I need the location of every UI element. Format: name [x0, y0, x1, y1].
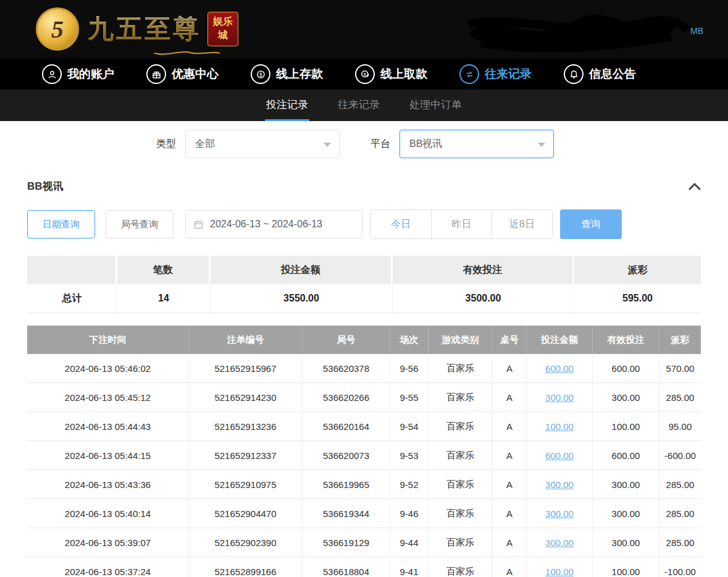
summary-total-count: 14	[117, 284, 211, 313]
currency-label: MB	[690, 26, 703, 36]
cell-bet-time: 2024-06-13 05:43:36	[27, 470, 189, 499]
table-row: 2024-06-13 05:40:14 521652904470 5366193…	[27, 499, 701, 528]
cell-valid-bet: 600.00	[593, 354, 659, 383]
bet-amount-link[interactable]: 600.00	[545, 363, 574, 374]
cell-bet-time: 2024-06-13 05:46:02	[27, 354, 189, 383]
section-head: BB视讯	[27, 179, 701, 193]
cell-order-no: 521652902390	[189, 528, 303, 557]
cell-valid-bet: 100.00	[593, 412, 659, 441]
cell-round-no: 536620164	[303, 412, 390, 441]
table-row: 2024-06-13 05:44:15 521652912337 5366200…	[27, 441, 701, 470]
bet-amount-link[interactable]: 300.00	[545, 508, 574, 519]
summary-table: 笔数 投注金额 有效投注 派彩 总计 14 3550.00 3500.00 59…	[27, 256, 701, 313]
cell-valid-bet: 100.00	[593, 557, 659, 577]
cell-bet-time: 2024-06-13 05:37:24	[27, 557, 189, 577]
cell-payout: 285.00	[659, 470, 701, 499]
table-row: 2024-06-13 05:43:36 521652910975 5366199…	[27, 470, 701, 499]
cell-order-no: 521652899166	[189, 557, 303, 577]
coin-deposit-icon: $	[251, 64, 270, 84]
table-row: 2024-06-13 05:37:24 521652899166 5366188…	[27, 557, 701, 577]
nav-item-my-account[interactable]: 我的账户	[42, 64, 114, 84]
summary-total-label: 总计	[27, 284, 117, 313]
top-header: 5 九五至尊 娱乐城 MB	[0, 0, 728, 59]
filter-row: 类型 全部 平台 BB视讯	[156, 130, 728, 158]
table-row: 2024-06-13 05:44:43 521652913236 5366201…	[27, 412, 701, 441]
bet-amount-link[interactable]: 100.00	[545, 566, 574, 577]
cell-session: 9-41	[390, 557, 429, 577]
cell-order-no: 521652915967	[189, 354, 303, 383]
chevron-down-icon	[324, 143, 331, 147]
bet-records-table: 下注时间 注单编号 局号 场次 游戏类别 桌号 投注金额 有效投注 派彩 202…	[27, 326, 701, 577]
cell-table-no: A	[493, 470, 527, 499]
bet-table-body: 2024-06-13 05:46:02 521652915967 5366203…	[27, 354, 701, 577]
table-row: 2024-06-13 05:39:07 521652902390 5366191…	[27, 528, 701, 557]
chevron-up-icon	[688, 182, 701, 191]
table-row: 2024-06-13 05:46:02 521652915967 5366203…	[27, 354, 701, 383]
summary-col-payout: 派彩	[574, 256, 701, 284]
summary-col-bet: 投注金额	[211, 256, 393, 284]
round-query-button[interactable]: 局号查询	[106, 210, 174, 238]
col-order-no: 注单编号	[189, 326, 303, 354]
yesterday-button[interactable]: 昨日	[431, 210, 492, 238]
nav-item-records[interactable]: 往来记录	[459, 64, 532, 84]
user-icon	[42, 64, 62, 84]
collapse-section-button[interactable]	[688, 182, 701, 191]
summary-col-valid: 有效投注	[393, 256, 574, 284]
quick-date-group: 今日 昨日 近8日	[370, 209, 553, 239]
cell-table-no: A	[493, 499, 527, 528]
tab-transfer-records[interactable]: 往来记录	[337, 90, 381, 121]
gift-icon	[146, 64, 166, 84]
record-tabs: 投注记录 往来记录 处理中订单	[0, 90, 728, 121]
col-bet-amount: 投注金额	[527, 326, 593, 354]
nav-item-promotions[interactable]: 优惠中心	[146, 64, 219, 84]
cell-payout: 570.00	[659, 354, 701, 383]
bet-amount-link[interactable]: 300.00	[545, 537, 574, 548]
chevron-down-icon	[538, 143, 545, 147]
nav-label: 线上取款	[380, 66, 427, 82]
platform-select[interactable]: BB视讯	[400, 130, 554, 158]
calendar-icon	[193, 219, 204, 230]
date-query-button[interactable]: 日期查询	[27, 210, 95, 238]
tab-processing-orders[interactable]: 处理中订单	[408, 90, 463, 121]
cell-round-no: 536619129	[303, 528, 390, 557]
last-8-days-button[interactable]: 近8日	[492, 210, 552, 238]
redacted-user-info	[462, 6, 693, 56]
query-controls: 日期查询 局号查询 2024-06-13 ~ 2024-06-13 今日 昨日 …	[27, 209, 728, 239]
cell-order-no: 521652913236	[189, 412, 303, 441]
type-select[interactable]: 全部	[185, 130, 340, 158]
col-session: 场次	[390, 326, 429, 354]
tab-bet-records[interactable]: 投注记录	[265, 90, 309, 121]
cell-valid-bet: 300.00	[593, 499, 659, 528]
cell-payout: 95.00	[659, 412, 701, 441]
summary-col-blank	[27, 256, 117, 284]
cell-session: 9-44	[390, 528, 429, 557]
nav-item-announcements[interactable]: 信息公告	[564, 64, 636, 84]
bet-amount-link[interactable]: 300.00	[545, 392, 574, 403]
nav-item-withdraw[interactable]: $ 线上取款	[355, 64, 427, 84]
cell-game-type: 百家乐	[429, 528, 493, 557]
cell-table-no: A	[493, 441, 527, 470]
coin-withdraw-icon: $	[355, 64, 375, 84]
cell-round-no: 536619965	[303, 470, 390, 499]
cell-bet-time: 2024-06-13 05:45:12	[27, 383, 189, 412]
search-button[interactable]: 查询	[560, 209, 622, 239]
bet-amount-link[interactable]: 100.00	[545, 421, 574, 432]
cell-game-type: 百家乐	[429, 499, 493, 528]
date-range-input[interactable]: 2024-06-13 ~ 2024-06-13	[185, 210, 362, 238]
cell-payout: 285.00	[659, 528, 701, 557]
logo-badge: 娱乐城	[207, 12, 238, 46]
nav-label: 线上存款	[276, 66, 323, 82]
cell-session: 9-55	[390, 383, 429, 412]
bet-amount-link[interactable]: 600.00	[545, 450, 574, 461]
section-title: BB视讯	[27, 179, 64, 193]
cell-payout: 285.00	[659, 383, 701, 412]
summary-header-row: 笔数 投注金额 有效投注 派彩	[27, 256, 701, 284]
nav-item-deposit[interactable]: $ 线上存款	[251, 64, 323, 84]
cell-bet-time: 2024-06-13 05:40:14	[27, 499, 189, 528]
cell-table-no: A	[493, 528, 527, 557]
cell-payout: -600.00	[659, 441, 701, 470]
bet-amount-link[interactable]: 300.00	[545, 479, 574, 490]
today-button[interactable]: 今日	[370, 210, 431, 238]
logo[interactable]: 5 九五至尊 娱乐城	[36, 7, 238, 51]
table-row: 2024-06-13 05:45:12 521652914230 5366202…	[27, 383, 701, 412]
